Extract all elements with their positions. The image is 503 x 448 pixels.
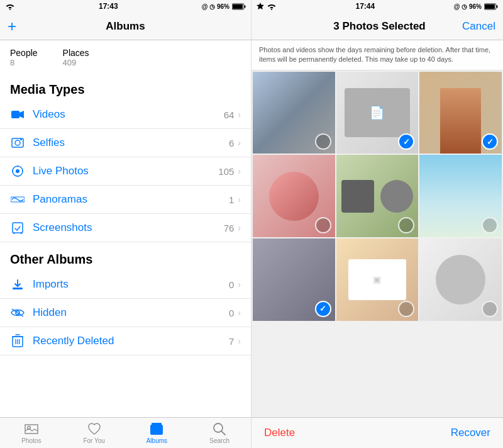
search-tab-icon [213, 422, 226, 436]
videos-item[interactable]: Videos 64 › [0, 101, 251, 129]
svg-rect-21 [13, 288, 23, 289]
imports-chevron: › [238, 279, 241, 289]
wifi-icon [5, 3, 15, 10]
panoramas-label: Panoramas [33, 193, 229, 206]
photos-tab-label: Photos [21, 437, 41, 444]
right-content: Photos and videos show the days remainin… [252, 40, 503, 417]
svg-point-14 [16, 169, 19, 173]
photo-cell-6[interactable] [419, 155, 502, 237]
svg-rect-20 [13, 223, 23, 233]
selfie-icon [10, 135, 25, 150]
tab-photos[interactable]: Photos [0, 422, 63, 444]
right-status-bar: 17:44 @ ◷ 96% [252, 0, 503, 13]
other-albums-header: Other Albums [0, 242, 251, 271]
hidden-count: 0 [229, 308, 234, 318]
right-wifi-icon [267, 3, 277, 10]
svg-rect-3 [233, 4, 243, 9]
add-album-button[interactable]: + [8, 19, 26, 34]
svg-rect-2 [245, 5, 246, 8]
photo-cell-2[interactable]: 📄 [336, 72, 419, 154]
right-time: 17:44 [277, 2, 454, 11]
photo-cell-1[interactable] [253, 72, 335, 154]
svg-marker-9 [19, 111, 24, 118]
left-battery-icon [232, 3, 246, 10]
select-circle-8 [398, 301, 414, 317]
livephotos-chevron: › [238, 166, 241, 176]
search-tab-label: Search [209, 437, 229, 444]
trash-icon [10, 333, 25, 349]
select-circle-6 [482, 217, 498, 233]
right-panel: 3 Photos Selected Cancel Photos and vide… [252, 13, 503, 448]
hidden-label: Hidden [33, 306, 229, 319]
livephoto-icon [10, 164, 25, 179]
screenshots-count: 76 [224, 223, 235, 233]
svg-rect-30 [150, 425, 163, 435]
albums-tab-label: Albums [146, 437, 167, 444]
svg-rect-31 [152, 423, 162, 425]
imports-count: 0 [229, 279, 234, 290]
select-circle-7 [315, 301, 331, 317]
left-time: 17:43 [15, 2, 202, 11]
tab-bar: Photos For You Albums [0, 417, 251, 448]
hidden-item[interactable]: Hidden 0 › [0, 299, 251, 327]
right-battery-icon [484, 3, 498, 10]
other-albums-list: Imports 0 › Hidden 0 › [0, 271, 251, 356]
photo-cell-3[interactable] [419, 72, 502, 154]
selfies-item[interactable]: Selfies 6 › [0, 129, 251, 157]
panorama-icon [10, 192, 25, 207]
photo-cell-9[interactable] [419, 238, 502, 321]
right-left-icons [257, 3, 277, 10]
cancel-button[interactable]: Cancel [462, 20, 495, 33]
livephotos-item[interactable]: Live Photos 105 › [0, 157, 251, 186]
videos-chevron: › [238, 109, 241, 120]
selfies-label: Selfies [33, 137, 229, 149]
photo-cell-8[interactable]: ▣ [336, 238, 419, 321]
recently-deleted-item[interactable]: Recently Deleted 7 › [0, 327, 251, 356]
tab-search[interactable]: Search [188, 422, 251, 444]
places-item[interactable]: Places 409 [63, 48, 89, 67]
svg-line-33 [221, 431, 225, 435]
left-nav-bar: + Albums [0, 13, 251, 40]
photo-cell-5[interactable] [336, 155, 419, 237]
tab-foryou[interactable]: For You [63, 422, 126, 444]
livephotos-count: 105 [218, 166, 234, 177]
panoramas-item[interactable]: Panoramas 1 › [0, 186, 251, 214]
svg-point-4 [271, 9, 272, 10]
hidden-icon [10, 305, 25, 320]
foryou-tab-label: For You [83, 437, 104, 444]
albums-tab-icon [150, 422, 163, 436]
svg-rect-7 [485, 4, 495, 9]
people-item[interactable]: People 8 [10, 48, 38, 67]
select-circle-9 [482, 301, 498, 317]
svg-rect-6 [497, 5, 498, 8]
airplane-icon [257, 3, 264, 10]
recover-button[interactable]: Recover [451, 427, 490, 439]
svg-rect-12 [20, 139, 22, 140]
photo-cell-4[interactable] [253, 155, 335, 237]
left-status-icons [5, 3, 15, 10]
screenshots-label: Screenshots [33, 221, 224, 234]
photos-tab-icon [24, 422, 39, 436]
photo-cell-7[interactable] [253, 238, 335, 321]
tab-albums[interactable]: Albums [126, 422, 189, 444]
imports-item[interactable]: Imports 0 › [0, 271, 251, 299]
delete-button[interactable]: Delete [264, 427, 295, 439]
livephotos-label: Live Photos [33, 165, 218, 177]
left-status-bar: 17:43 @ ◷ 96% [0, 0, 252, 13]
select-circle-4 [315, 217, 331, 233]
media-types-header: Media Types [0, 72, 251, 101]
recently-deleted-chevron: › [238, 336, 241, 346]
svg-point-11 [15, 140, 20, 145]
screenshots-item[interactable]: Screenshots 76 › [0, 214, 251, 242]
right-right-icons: @ ◷ 96% [454, 3, 498, 10]
imports-label: Imports [33, 278, 229, 291]
places-count: 409 [63, 58, 89, 67]
people-label: People [10, 48, 38, 58]
panoramas-count: 1 [229, 194, 234, 205]
left-nav-title: Albums [26, 20, 224, 33]
right-nav-title: 3 Photos Selected [297, 20, 462, 33]
left-panel: + Albums People 8 Places 409 Media Types [0, 13, 252, 448]
videos-count: 64 [224, 109, 235, 120]
places-label: Places [63, 48, 89, 58]
recently-deleted-count: 7 [229, 336, 234, 347]
